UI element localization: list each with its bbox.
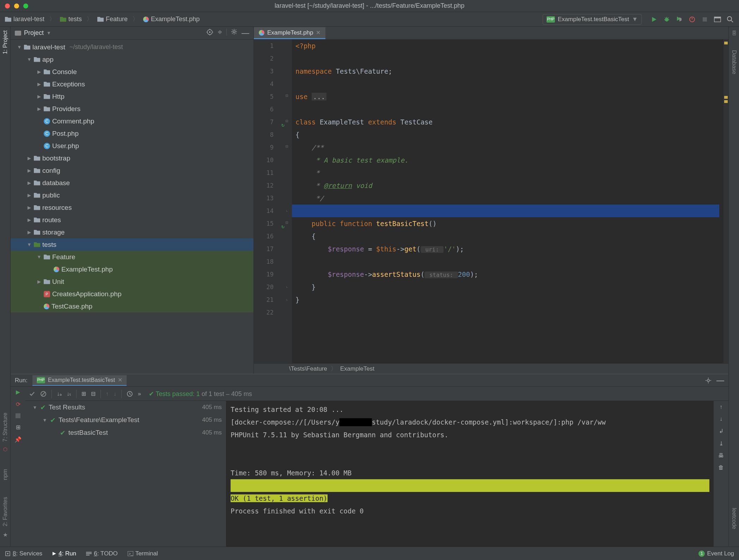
close-tab-icon[interactable]: ✕	[118, 377, 122, 383]
tree-row[interactable]: CComment.php	[11, 115, 254, 127]
run-gutter-icon[interactable]: ↻	[281, 118, 285, 131]
tree-row[interactable]: ▶Console	[11, 66, 254, 78]
tree-arrow-icon[interactable]: ▶	[27, 193, 32, 198]
tree-arrow-icon[interactable]: ▼	[27, 242, 32, 247]
tree-arrow-icon[interactable]: ▶	[37, 69, 42, 74]
tree-row[interactable]: ▶Unit	[11, 275, 254, 288]
status-run[interactable]: 4: Run	[52, 550, 76, 557]
tree-arrow-icon[interactable]: ▶	[37, 94, 42, 99]
fold-gutter[interactable]: ⊟ ⊟ ⊟ ⌞ ⊟ ⌞ ⌞	[284, 39, 292, 363]
down-button[interactable]: ↓	[720, 416, 722, 422]
run-configuration-dropdown[interactable]: PHP ExampleTest.testBasicTest ▼	[543, 14, 642, 25]
debug-button[interactable]	[663, 16, 671, 23]
editor-breadcrumb[interactable]: \Tests\Feature 〉 ExampleTest	[254, 363, 728, 374]
coverage-button[interactable]	[676, 16, 683, 23]
print-button[interactable]: 🖶	[718, 452, 724, 459]
breadcrumb2-class[interactable]: ExampleTest	[340, 365, 374, 372]
tree-row[interactable]: ▶bootstrap	[11, 152, 254, 164]
test-history-button[interactable]	[127, 391, 133, 397]
status-todo[interactable]: 6: TODO	[86, 550, 117, 557]
leetcode-tool-button[interactable]: leetcode	[731, 508, 737, 529]
structure-tool-button[interactable]: 7: Structure	[2, 413, 8, 442]
run-button[interactable]	[650, 16, 658, 23]
hide-panel-icon[interactable]: —	[242, 29, 249, 38]
dock-button[interactable]: ⊞	[16, 424, 20, 431]
breadcrumb2-namespace[interactable]: \Tests\Feature	[289, 365, 327, 372]
toggle-auto-test-button[interactable]: ⟳	[16, 401, 20, 408]
tree-row[interactable]: ▶public	[11, 189, 254, 201]
expand-all-icon[interactable]: ≑	[218, 29, 222, 38]
breadcrumb-feature[interactable]: Feature	[97, 16, 128, 23]
favorites-tool-button[interactable]: 2: Favorites	[2, 497, 8, 526]
npm-tool-button[interactable]: npm	[2, 469, 8, 480]
search-everywhere-button[interactable]	[726, 16, 734, 23]
show-passed-toggle[interactable]	[29, 391, 35, 397]
soft-wrap-button[interactable]: ↲	[719, 428, 723, 434]
tree-row[interactable]: ▶Http	[11, 90, 254, 103]
tree-row[interactable]: CUser.php	[11, 140, 254, 152]
editor-tab[interactable]: ExampleTest.php ✕	[254, 27, 325, 39]
close-tab-icon[interactable]: ✕	[316, 29, 320, 36]
pin-button[interactable]: 📌	[14, 436, 22, 443]
project-tree[interactable]: ▼laravel-test~/study/laravel-test▼app▶Co…	[11, 39, 254, 374]
tree-row[interactable]: ▼tests	[11, 238, 254, 251]
test-tree-row[interactable]: ✔testBasicTest405 ms	[25, 426, 226, 439]
sort-alpha-button[interactable]: ↓ₐ	[57, 390, 62, 397]
expand-all-button[interactable]: ⊞	[81, 390, 86, 397]
tree-row[interactable]: ExampleTest.php	[11, 263, 254, 275]
more-button[interactable]: »	[138, 391, 141, 397]
locate-icon[interactable]	[206, 29, 213, 38]
tree-row[interactable]: ▶database	[11, 177, 254, 189]
tree-row[interactable]: ▶Exceptions	[11, 78, 254, 90]
project-tool-button[interactable]: 1: Project	[2, 30, 8, 54]
show-ignored-toggle[interactable]	[40, 391, 47, 397]
tree-arrow-icon[interactable]: ▼	[37, 254, 42, 260]
event-log-button[interactable]: 1 Event Log	[698, 550, 734, 557]
run-gutter-icon[interactable]: ↻	[281, 220, 285, 233]
collapse-all-button[interactable]: ⊟	[91, 390, 96, 397]
tree-arrow-icon[interactable]: ▶	[27, 217, 32, 223]
profile-button[interactable]	[688, 16, 696, 23]
test-tree[interactable]: ▼✔Test Results405 ms▼✔Tests\Feature\Exam…	[25, 401, 226, 547]
tree-arrow-icon[interactable]: ▶	[37, 279, 42, 284]
breadcrumb-tests[interactable]: tests	[60, 16, 82, 23]
console-output[interactable]: Testing started at 20:08 ... [docker-com…	[226, 401, 714, 547]
tree-row[interactable]: ▶Providers	[11, 103, 254, 115]
line-number-gutter[interactable]: 12345678910111213141516171819202122	[254, 39, 284, 363]
tree-row[interactable]: ▶config	[11, 164, 254, 177]
tree-row[interactable]: TestCase.php	[11, 300, 254, 312]
prev-test-button[interactable]: ↑	[106, 391, 109, 397]
code-area[interactable]: 💡 ↻ ↻ <?php namespace Tests\Feature; use…	[292, 39, 723, 363]
next-test-button[interactable]: ↓	[114, 391, 116, 397]
tree-row[interactable]: PCreatesApplication.php	[11, 288, 254, 300]
tree-row[interactable]: ▼laravel-test~/study/laravel-test	[11, 41, 254, 53]
layout-button[interactable]	[714, 16, 721, 23]
tree-arrow-icon[interactable]: ▼	[27, 57, 32, 62]
tree-arrow-icon[interactable]: ▶	[27, 205, 32, 210]
editor-right-gutter[interactable]	[723, 39, 728, 363]
gear-icon[interactable]	[705, 377, 711, 384]
rerun-button[interactable]	[15, 390, 21, 395]
tree-row[interactable]: CPost.php	[11, 127, 254, 140]
hide-panel-icon[interactable]: —	[716, 376, 724, 385]
test-tree-row[interactable]: ▼✔Tests\Feature\ExampleTest405 ms	[25, 414, 226, 426]
gear-icon[interactable]	[231, 29, 237, 38]
zoom-window-button[interactable]	[23, 4, 28, 8]
up-button[interactable]: ↑	[720, 404, 722, 410]
clear-button[interactable]: 🗑	[718, 464, 724, 471]
tree-row[interactable]: ▼app	[11, 53, 254, 66]
run-tab[interactable]: PHP ExampleTest.testBasicTest ✕	[32, 375, 127, 386]
close-window-button[interactable]	[5, 4, 10, 8]
editor-body[interactable]: 12345678910111213141516171819202122 ⊟ ⊟ …	[254, 39, 728, 363]
tree-arrow-icon[interactable]: ▶	[27, 156, 32, 161]
breadcrumb-root[interactable]: laravel-test	[5, 16, 44, 23]
breadcrumb-file[interactable]: ExampleTest.php	[143, 16, 200, 23]
status-terminal[interactable]: >_ Terminal	[128, 550, 158, 557]
tree-arrow-icon[interactable]: ▶	[27, 168, 32, 173]
minimize-window-button[interactable]	[14, 4, 19, 8]
status-services[interactable]: 8: Services	[5, 550, 42, 557]
tree-row[interactable]: ▼Feature	[11, 251, 254, 263]
scroll-to-end-button[interactable]: ⤓	[719, 440, 723, 447]
tree-arrow-icon[interactable]: ▶	[27, 180, 32, 185]
tree-row[interactable]: ▶routes	[11, 214, 254, 226]
